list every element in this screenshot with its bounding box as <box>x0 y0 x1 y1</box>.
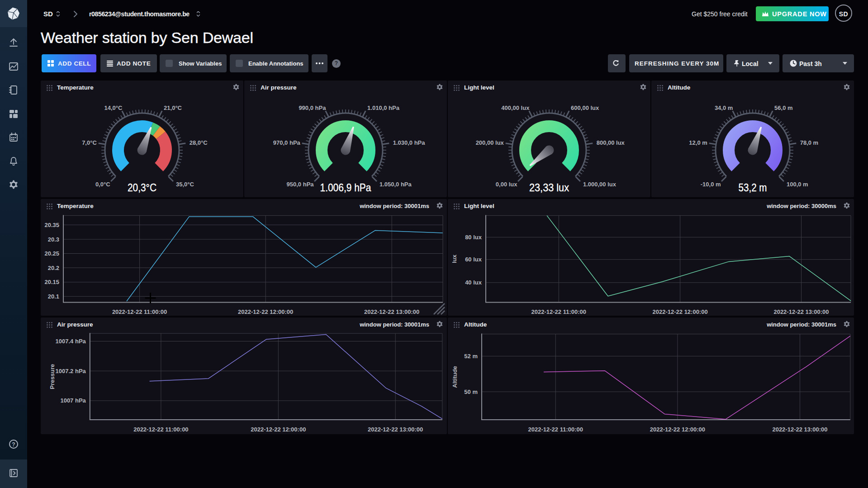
svg-text:2022-12-22 11:00:00: 2022-12-22 11:00:00 <box>531 308 586 315</box>
svg-text:60 lux: 60 lux <box>465 256 482 263</box>
svg-text:600,00 lux: 600,00 lux <box>571 104 599 111</box>
svg-text:28,0°C: 28,0°C <box>190 139 208 146</box>
svg-text:20.15: 20.15 <box>44 279 59 285</box>
svg-text:34,0 m: 34,0 m <box>715 104 733 111</box>
svg-text:1.010,0 hPa: 1.010,0 hPa <box>367 104 400 111</box>
svg-text:23,33 lux: 23,33 lux <box>529 181 569 194</box>
svg-text:2022-12-22 12:00:00: 2022-12-22 12:00:00 <box>653 308 708 315</box>
svg-text:2022-12-22 13:00:00: 2022-12-22 13:00:00 <box>772 426 827 433</box>
svg-text:970,0 hPa: 970,0 hPa <box>273 139 301 146</box>
svg-text:100,0 m: 100,0 m <box>787 181 808 188</box>
svg-text:1.030,0 hPa: 1.030,0 hPa <box>393 139 426 146</box>
svg-text:200,00 lux: 200,00 lux <box>476 139 504 146</box>
svg-text:2022-12-22 12:00:00: 2022-12-22 12:00:00 <box>251 426 306 433</box>
svg-text:35,0°C: 35,0°C <box>176 181 194 188</box>
svg-text:20.1: 20.1 <box>48 293 59 300</box>
svg-text:1.000,00 lux: 1.000,00 lux <box>583 181 617 188</box>
svg-text:0,0°C: 0,0°C <box>95 181 110 188</box>
svg-text:990,0 hPa: 990,0 hPa <box>299 104 326 111</box>
svg-text:-10,0 m: -10,0 m <box>701 181 721 188</box>
svg-text:2022-12-22 13:00:00: 2022-12-22 13:00:00 <box>773 308 829 315</box>
svg-text:?: ? <box>12 441 15 448</box>
svg-text:1007.2 hPa: 1007.2 hPa <box>56 368 86 374</box>
svg-text:21,0°C: 21,0°C <box>164 104 182 111</box>
svg-text:1.006,9 hPa: 1.006,9 hPa <box>320 181 372 194</box>
svg-text:Altitude: Altitude <box>451 366 458 388</box>
svg-text:50 m: 50 m <box>464 389 478 395</box>
svg-text:56,0 m: 56,0 m <box>774 104 792 111</box>
svg-text:80 lux: 80 lux <box>465 234 482 241</box>
svg-text:20.3: 20.3 <box>48 236 59 243</box>
svg-text:0,00 lux: 0,00 lux <box>496 181 517 188</box>
svg-text:20.25: 20.25 <box>44 250 59 257</box>
svg-text:20,3°C: 20,3°C <box>128 181 157 194</box>
svg-text:2022-12-22 12:00:00: 2022-12-22 12:00:00 <box>238 308 293 315</box>
svg-text:78,0 m: 78,0 m <box>800 139 818 146</box>
svg-text:2022-12-22 12:00:00: 2022-12-22 12:00:00 <box>650 426 705 433</box>
svg-text:12,0 m: 12,0 m <box>689 139 707 146</box>
svg-text:7,0°C: 7,0°C <box>82 139 97 146</box>
svg-text:lux: lux <box>451 254 458 263</box>
svg-text:2022-12-22 13:00:00: 2022-12-22 13:00:00 <box>368 426 423 433</box>
svg-text:1007.4 hPa: 1007.4 hPa <box>56 338 86 345</box>
svg-text:40 lux: 40 lux <box>465 279 482 286</box>
svg-text:400,00 lux: 400,00 lux <box>501 104 530 111</box>
svg-text:52 m: 52 m <box>464 353 478 360</box>
svg-text:1.050,0 hPa: 1.050,0 hPa <box>379 181 412 188</box>
svg-text:20.2: 20.2 <box>48 265 59 271</box>
svg-text:1007 hPa: 1007 hPa <box>60 397 86 404</box>
svg-text:2022-12-22 11:00:00: 2022-12-22 11:00:00 <box>528 426 583 433</box>
svg-text:53,2 m: 53,2 m <box>739 181 767 194</box>
svg-text:14,0°C: 14,0°C <box>104 104 123 111</box>
svg-text:Pressure: Pressure <box>49 364 56 389</box>
svg-text:2022-12-22 13:00:00: 2022-12-22 13:00:00 <box>364 308 419 315</box>
svg-text:800,00 lux: 800,00 lux <box>597 139 625 146</box>
svg-text:950,0 hPa: 950,0 hPa <box>287 181 314 188</box>
svg-text:2022-12-22 11:00:00: 2022-12-22 11:00:00 <box>112 308 167 315</box>
svg-text:20.35: 20.35 <box>44 222 59 228</box>
svg-text:2022-12-22 11:00:00: 2022-12-22 11:00:00 <box>133 426 188 433</box>
